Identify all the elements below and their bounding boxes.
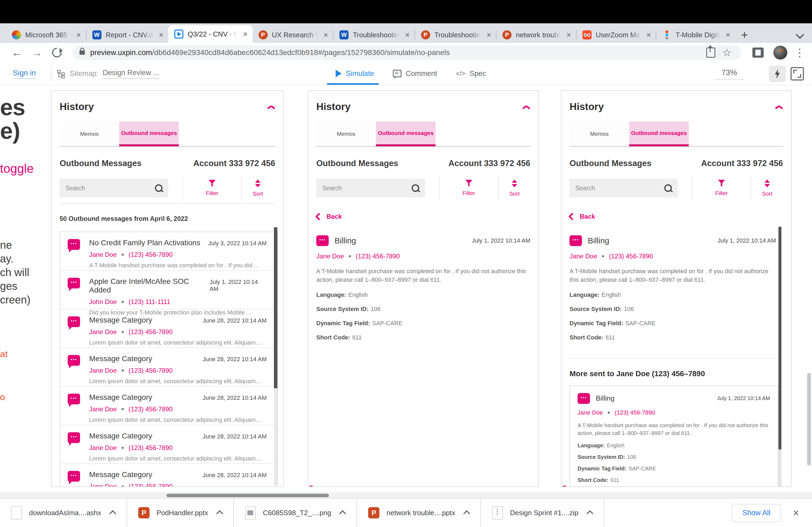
tab-q3-cnv-active[interactable]: Q3/22 - CNV - U × — [168, 25, 253, 43]
tab-memos[interactable]: Memos — [569, 122, 629, 146]
tab-close-icon[interactable]: × — [76, 31, 81, 39]
tab-close-icon[interactable]: × — [323, 31, 329, 39]
related-message-card[interactable]: ••• Billing July 1, 2022 10:14 AM Jane D… — [569, 386, 778, 487]
vertical-scrollbar-thumb[interactable] — [807, 373, 811, 466]
collapse-chevron-icon[interactable] — [775, 105, 782, 112]
share-icon[interactable] — [706, 47, 715, 58]
sender-phone[interactable]: (123) 456-7890 — [615, 409, 655, 416]
collapse-chevron-icon[interactable] — [522, 105, 529, 112]
sender-name[interactable]: Jane Doe — [89, 328, 117, 336]
reload-button[interactable] — [50, 46, 64, 60]
tab-userzoom[interactable]: UserZoom Mana × — [577, 27, 656, 43]
back-button[interactable]: Back — [316, 213, 538, 220]
horizontal-scrollbar-track[interactable] — [0, 492, 812, 498]
search-icon[interactable] — [664, 184, 672, 192]
back-button[interactable]: ← — [11, 47, 23, 58]
close-downloads-icon[interactable]: × — [793, 508, 799, 518]
sender-phone[interactable]: (123) 456-7890 — [129, 483, 173, 487]
tab-simulate[interactable]: Simulate — [336, 70, 374, 78]
sender-name[interactable]: John Doe — [89, 298, 117, 306]
sender-name[interactable]: Jane Doe — [89, 251, 117, 258]
search-input[interactable]: Search — [60, 179, 168, 197]
tab-memos[interactable]: Memos — [316, 122, 376, 146]
tab-close-icon[interactable]: × — [159, 31, 164, 39]
download-item[interactable]: downloadAsIma....ashx — [0, 499, 127, 527]
tab-search-chevron-icon[interactable] — [796, 30, 804, 39]
tab-outbound-messages[interactable]: Outbound messages — [629, 122, 689, 146]
message-list-item[interactable]: ••• Message Category June 28, 2022 10:14… — [60, 425, 277, 464]
tab-close-icon[interactable]: × — [566, 31, 571, 39]
sitemap-selector[interactable]: Sitemap: Design Review ... — [56, 69, 159, 79]
tab-ux-research[interactable]: P UX Research Va × — [253, 27, 333, 43]
bookmark-star-icon[interactable]: ☆ — [722, 47, 731, 59]
search-input[interactable]: Search — [316, 179, 425, 197]
filter-button[interactable]: Filter — [183, 180, 242, 196]
sender-phone[interactable]: (123) 456-7890 — [129, 328, 173, 336]
sender-phone[interactable]: (123) 111-1111 — [129, 298, 170, 306]
search-input[interactable]: Search — [569, 179, 678, 197]
sort-button[interactable]: Sort — [499, 180, 530, 197]
lock-icon[interactable] — [79, 50, 85, 55]
tab-microsoft-365[interactable]: Microsoft 365 × — [6, 27, 86, 43]
download-item[interactable]: Design Sprint #1....zip — [481, 499, 604, 527]
show-all-button[interactable]: Show All — [732, 504, 781, 522]
message-list-item[interactable]: ••• No Credit Family Plan Activations Ju… — [60, 232, 277, 271]
list-scrollbar-thumb[interactable] — [274, 227, 277, 388]
sort-button[interactable]: Sort — [751, 180, 783, 197]
sender-name[interactable]: Jane Doe — [316, 253, 344, 260]
sign-in-link[interactable]: Sign in — [13, 69, 36, 79]
sender-phone[interactable]: (123) 456-7890 — [609, 253, 653, 260]
tab-comment[interactable]: Comment — [393, 70, 437, 78]
sitemap-value[interactable]: Design Review ... — [103, 69, 159, 79]
sender-name[interactable]: Jane Doe — [89, 405, 117, 413]
tab-troubleshooting-ppt[interactable]: P Troubleshooting × — [415, 27, 496, 43]
back-button[interactable]: Back — [569, 213, 791, 220]
message-list-item[interactable]: ••• Message Category June 28, 2022 10:14… — [60, 348, 277, 387]
tab-outbound-messages[interactable]: Outbound messages — [119, 122, 179, 146]
sender-phone[interactable]: (123) 456-7890 — [129, 444, 173, 452]
tab-troubleshooting-doc[interactable]: W Troubleshooting × — [334, 27, 415, 43]
sender-name[interactable]: Jane Doe — [89, 367, 117, 374]
sort-button[interactable]: Sort — [242, 180, 274, 197]
tab-memos[interactable]: Memos — [60, 122, 119, 146]
message-list-item[interactable]: ••• Message Category June 28, 2022 10:14… — [60, 387, 277, 425]
sender-name[interactable]: Jane Doe — [569, 253, 597, 260]
tab-report-cnv[interactable]: W Report - CNV.do × — [86, 27, 169, 43]
tab-close-icon[interactable]: × — [726, 31, 730, 39]
filter-button[interactable]: Filter — [439, 180, 498, 196]
tab-outbound-messages[interactable]: Outbound messages — [376, 122, 436, 146]
sender-phone[interactable]: (123) 456-7890 — [129, 367, 173, 374]
tab-spec[interactable]: </> Spec — [456, 70, 486, 78]
sender-name[interactable]: Jane Doe — [89, 483, 117, 487]
chevron-up-icon[interactable] — [216, 510, 223, 517]
tab-close-icon[interactable]: × — [405, 31, 410, 39]
tab-close-icon[interactable]: × — [646, 31, 651, 39]
browser-menu-icon[interactable]: ⋮ — [794, 46, 805, 59]
sender-name[interactable]: Jane Doe — [578, 409, 603, 416]
tab-network-trouble[interactable]: P network trouble × — [496, 27, 576, 43]
sender-phone[interactable]: (123) 456-7890 — [356, 253, 400, 260]
filter-button[interactable]: Filter — [692, 180, 751, 196]
side-panel-icon[interactable] — [752, 47, 764, 58]
sender-phone[interactable]: (123) 456-7890 — [129, 251, 173, 258]
message-list-item[interactable]: ••• Message Category June 28, 2022 10:14… — [60, 310, 277, 348]
horizontal-scrollbar-thumb[interactable] — [166, 494, 329, 497]
search-icon[interactable] — [155, 184, 162, 192]
message-list-item[interactable]: ••• Apple Care Intel/McAfee SOC Added Ju… — [60, 271, 277, 310]
sender-name[interactable]: Jane Doe — [89, 444, 117, 452]
speed-mode-button[interactable] — [769, 65, 786, 82]
panel-scrollbar-thumb[interactable] — [779, 227, 781, 450]
download-item[interactable]: P PodHandler.pptx — [127, 499, 234, 527]
forward-button[interactable]: → — [31, 47, 42, 58]
zoom-level[interactable]: 73% — [715, 68, 744, 80]
chevron-up-icon[interactable] — [109, 510, 116, 517]
new-tab-button[interactable]: + — [741, 29, 748, 41]
profile-avatar[interactable] — [773, 46, 787, 60]
fullscreen-button[interactable] — [791, 67, 804, 80]
search-icon[interactable] — [412, 184, 419, 192]
message-list-item[interactable]: ••• Message Category June 28, 2022 10:14… — [60, 464, 277, 487]
chevron-up-icon[interactable] — [586, 510, 593, 517]
chevron-up-icon[interactable] — [463, 510, 470, 517]
collapse-chevron-icon[interactable] — [267, 105, 274, 112]
url-text[interactable]: preview.uxpin.com/db6d469e29340cd84d6abe… — [90, 48, 704, 57]
